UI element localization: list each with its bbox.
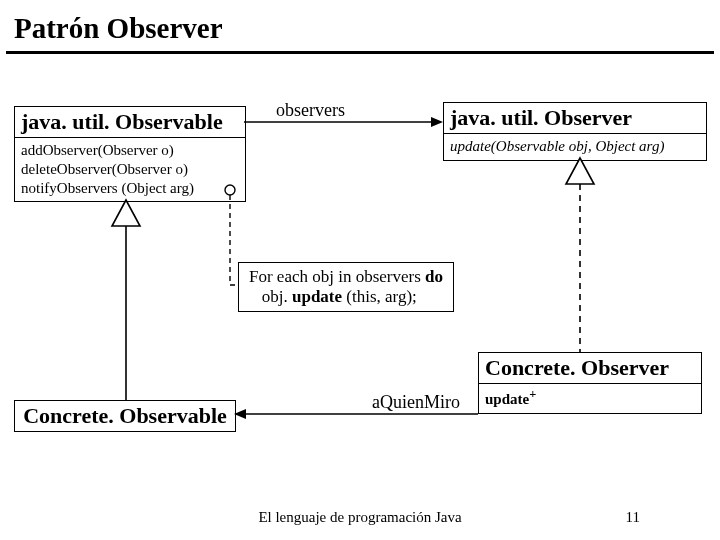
op-addObserver: addObserver(Observer o) bbox=[21, 141, 239, 160]
svg-marker-1 bbox=[431, 117, 443, 127]
class-observable-ops: addObserver(Observer o) deleteObserver(O… bbox=[15, 137, 245, 201]
op-update-sup: + bbox=[529, 387, 536, 401]
note-line2-bold: update bbox=[292, 287, 342, 306]
op-update-abstract: update(Observable obj, Object arg) bbox=[450, 137, 700, 156]
note-line1-bold: do bbox=[425, 267, 443, 286]
class-observer-title: java. util. Observer bbox=[444, 103, 706, 133]
class-concrete-observable-title: Concrete. Observable bbox=[15, 401, 235, 431]
assoc-label-aquienmiro: aQuienMiro bbox=[372, 392, 460, 413]
note-line2-post: (this, arg); bbox=[342, 287, 417, 306]
class-observer-ops: update(Observable obj, Object arg) bbox=[444, 133, 706, 160]
class-observer: java. util. Observer update(Observable o… bbox=[443, 102, 707, 161]
footer-text: El lenguaje de programación Java bbox=[0, 509, 720, 526]
assoc-label-observers: observers bbox=[276, 100, 345, 121]
page-number: 11 bbox=[626, 509, 640, 526]
note-line2-pre: obj. bbox=[249, 287, 292, 306]
op-notifyObservers: notifyObservers (Object arg) bbox=[21, 179, 239, 198]
class-concrete-observer-ops: update+ bbox=[479, 383, 701, 413]
op-deleteObserver: deleteObserver(Observer o) bbox=[21, 160, 239, 179]
note-line1: For each obj in observers do bbox=[249, 267, 443, 287]
op-update-concrete: update bbox=[485, 391, 529, 407]
svg-marker-3 bbox=[112, 200, 140, 226]
note-notify: For each obj in observers do obj. update… bbox=[238, 262, 454, 312]
class-observable-title: java. util. Observable bbox=[15, 107, 245, 137]
class-observable: java. util. Observable addObserver(Obser… bbox=[14, 106, 246, 202]
slide-title: Patrón Observer bbox=[0, 0, 720, 51]
note-line1-pre: For each obj in observers bbox=[249, 267, 425, 286]
class-concrete-observable: Concrete. Observable bbox=[14, 400, 236, 432]
class-concrete-observer-title: Concrete. Observer bbox=[479, 353, 701, 383]
title-rule bbox=[6, 51, 714, 54]
class-concrete-observer: Concrete. Observer update+ bbox=[478, 352, 702, 414]
svg-marker-5 bbox=[566, 158, 594, 184]
note-line2: obj. update (this, arg); bbox=[249, 287, 443, 307]
